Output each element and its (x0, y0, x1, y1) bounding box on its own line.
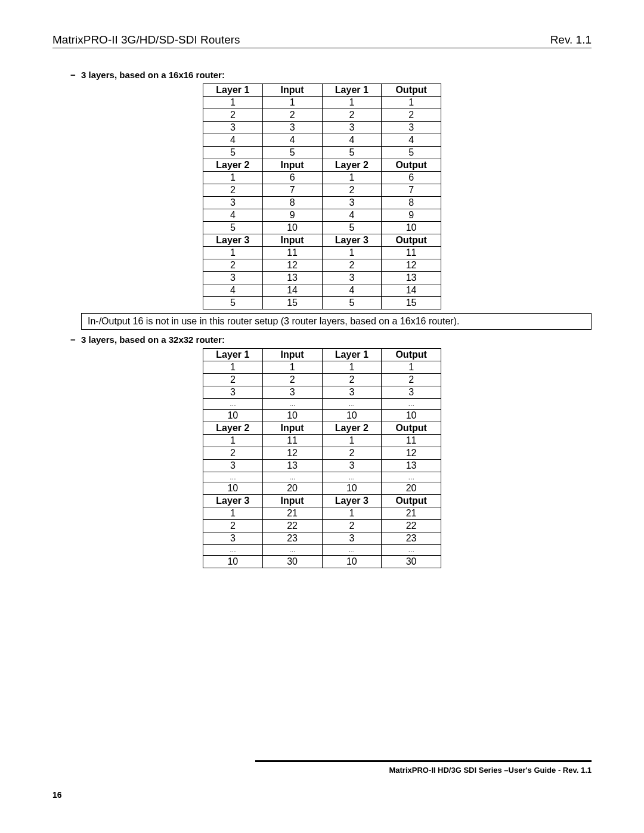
td: … (322, 399, 382, 410)
th: Layer 2 (203, 422, 263, 434)
td: 8 (262, 197, 322, 209)
td: 10 (382, 409, 441, 422)
table-header-row: Layer 3 Input Layer 3 Output (203, 234, 441, 247)
table-row: 10101010 (203, 409, 441, 422)
th: Output (382, 495, 441, 507)
td: 2 (262, 109, 322, 122)
td: 3 (322, 272, 382, 284)
bullet-dash-icon: − (70, 335, 81, 345)
td: 14 (262, 284, 322, 297)
table-row: 3333 (203, 122, 441, 134)
table-row: 414414 (203, 284, 441, 297)
table-row: 510510 (203, 222, 441, 234)
table-row: 2727 (203, 184, 441, 197)
td: 4 (322, 209, 382, 222)
table-header-row: Layer 1 Input Layer 1 Output (203, 84, 441, 97)
page-content: − 3 layers, based on a 16x16 router: Lay… (52, 48, 592, 568)
td: 5 (203, 297, 263, 309)
table-header-row: Layer 1 Input Layer 1 Output (203, 349, 441, 361)
table-row: 4444 (203, 134, 441, 147)
th: Layer 3 (203, 495, 263, 507)
td: 11 (262, 434, 322, 447)
table-row: 5555 (203, 147, 441, 159)
header-revision: Rev. 1.1 (550, 33, 592, 47)
td: 3 (203, 459, 263, 472)
td: 12 (262, 447, 322, 459)
table-row: 121121 (203, 507, 441, 520)
td: 1 (322, 434, 382, 447)
td: 10 (203, 555, 263, 568)
td: 11 (382, 247, 441, 259)
footer-rule (255, 760, 592, 762)
routing-table-16x16: Layer 1 Input Layer 1 Output 1111 2222 3… (203, 83, 441, 309)
td: 1 (322, 507, 382, 520)
th: Input (262, 495, 322, 507)
td: 9 (262, 209, 322, 222)
th: Layer 2 (322, 159, 382, 172)
td: 1 (262, 361, 322, 374)
td: 7 (262, 184, 322, 197)
th: Layer 1 (203, 84, 263, 97)
td: 1 (203, 434, 263, 447)
td: 4 (262, 134, 322, 147)
td: 5 (203, 222, 263, 234)
table-row-ellipsis: ………… (203, 399, 441, 410)
td: 21 (262, 507, 322, 520)
th: Layer 3 (203, 234, 263, 247)
th: Input (262, 234, 322, 247)
td: 1 (203, 97, 263, 109)
td: 4 (203, 209, 263, 222)
td: 10 (203, 482, 263, 495)
th: Layer 1 (322, 349, 382, 361)
table-row: 4949 (203, 209, 441, 222)
td: 4 (382, 134, 441, 147)
td: 21 (382, 507, 441, 520)
td: 7 (382, 184, 441, 197)
td: 2 (322, 520, 382, 532)
table-row: 10201020 (203, 482, 441, 495)
td: 5 (382, 147, 441, 159)
td: 3 (322, 532, 382, 545)
td: 1 (322, 172, 382, 184)
td: 3 (322, 197, 382, 209)
td: 4 (203, 284, 263, 297)
td: 13 (262, 272, 322, 284)
th: Layer 1 (322, 84, 382, 97)
td: 2 (322, 109, 382, 122)
table-row: 212212 (203, 447, 441, 459)
td: 2 (203, 259, 263, 272)
table-row: 10301030 (203, 555, 441, 568)
td: … (382, 399, 441, 410)
td: 5 (322, 222, 382, 234)
td: … (322, 545, 382, 556)
td: 23 (262, 532, 322, 545)
td: 11 (262, 247, 322, 259)
th: Output (382, 349, 441, 361)
td: 2 (322, 447, 382, 459)
th: Input (262, 422, 322, 434)
td: 3 (322, 459, 382, 472)
td: 2 (382, 374, 441, 386)
document-page: MatrixPRO-II 3G/HD/SD-SDI Routers Rev. 1… (0, 0, 644, 833)
td: … (203, 472, 263, 482)
td: 3 (203, 386, 263, 399)
table-row-ellipsis: ………… (203, 472, 441, 482)
table-row: 2222 (203, 109, 441, 122)
td: 2 (203, 109, 263, 122)
table-header-row: Layer 3 Input Layer 3 Output (203, 495, 441, 507)
table-row: 1111 (203, 97, 441, 109)
td: 15 (382, 297, 441, 309)
td: … (262, 545, 322, 556)
bullet-text: 3 layers, based on a 16x16 router: (81, 70, 225, 80)
td: 13 (382, 459, 441, 472)
table-row: 1111 (203, 361, 441, 374)
td: 10 (262, 409, 322, 422)
td: 30 (382, 555, 441, 568)
td: 3 (322, 122, 382, 134)
td: 5 (322, 147, 382, 159)
th: Input (262, 84, 322, 97)
th: Layer 3 (322, 495, 382, 507)
td: 1 (382, 361, 441, 374)
th: Output (382, 84, 441, 97)
footer-text: MatrixPRO-II HD/3G SDI Series –User's Gu… (52, 766, 592, 775)
